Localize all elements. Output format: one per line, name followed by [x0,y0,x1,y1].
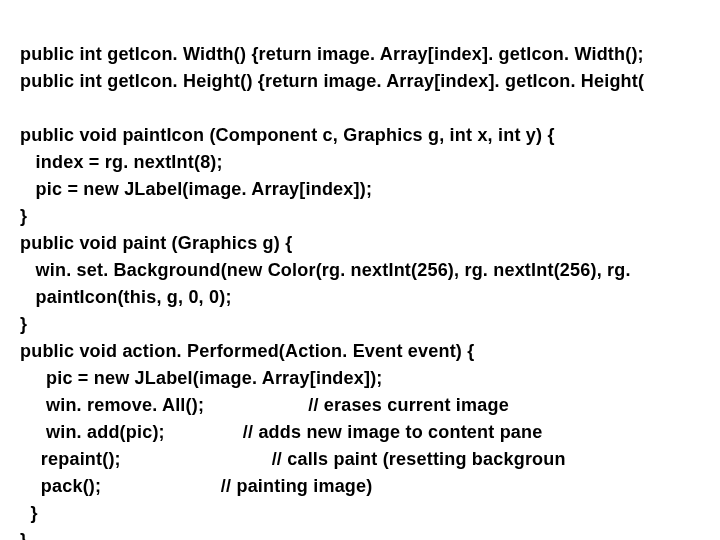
code-line: pic = new JLabel(image. Array[index]); [20,179,372,199]
code-line: paintIcon(this, g, 0, 0); [20,287,232,307]
code-line: public void paint (Graphics g) { [20,233,292,253]
code-line: repaint(); // calls paint (resetting bac… [20,449,566,469]
code-line: index = rg. nextInt(8); [20,152,223,172]
code-line: win. add(pic); // adds new image to cont… [20,422,542,442]
code-line: } [20,530,27,540]
code-snippet: public int getIcon. Width() {return imag… [0,0,720,540]
code-line: pack(); // painting image) [20,476,372,496]
code-line: public void action. Performed(Action. Ev… [20,341,474,361]
code-line: public void paintIcon (Component c, Grap… [20,125,555,145]
code-line: win. set. Background(new Color(rg. nextI… [20,260,631,280]
code-line: } [20,314,27,334]
code-line: win. remove. All(); // erases current im… [20,395,509,415]
code-line: public int getIcon. Width() {return imag… [20,44,644,64]
code-line: } [20,503,38,523]
code-line: } [20,206,27,226]
code-line: pic = new JLabel(image. Array[index]); [20,368,383,388]
code-line: public int getIcon. Height() {return ima… [20,71,644,91]
